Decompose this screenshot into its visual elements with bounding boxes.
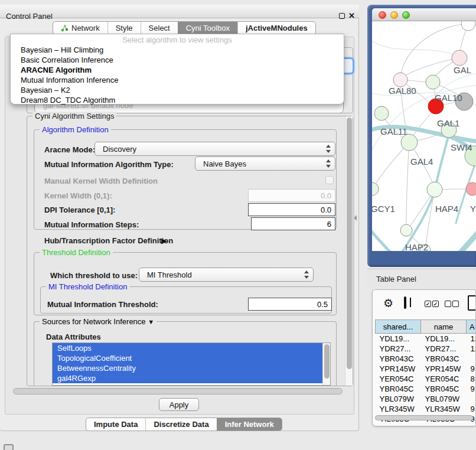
table-row[interactable]: YDL19...YDL19...13 (376, 334, 476, 344)
dropdown-option-selected[interactable]: ARACNE Algorithm (11, 65, 344, 75)
mi-threshold-field[interactable]: 0.5 (248, 298, 332, 311)
node-gal4[interactable] (401, 134, 418, 151)
dropdown-option[interactable]: Dream8 DC_TDC Algorithm (11, 95, 344, 105)
deselect-all-icon[interactable] (445, 301, 451, 307)
node-unlabeled[interactable] (461, 21, 475, 31)
node-gal10[interactable] (426, 75, 440, 89)
hub-expand-icon[interactable]: ▶ (161, 236, 167, 245)
control-panel-titlebar: Control Panel ✕ (0, 5, 359, 18)
deselect-all-icon[interactable] (452, 301, 459, 307)
node-label: GAL10 (435, 93, 462, 103)
mi-steps-field[interactable]: 6 (251, 217, 335, 230)
data-attributes-list: SelfLoops TopologicalCoefficient Between… (52, 343, 331, 386)
settings-horizontal-scrollbar[interactable] (13, 388, 343, 394)
aracne-mode-combo[interactable]: Discovery (94, 142, 335, 156)
tab-jactivemnodules[interactable]: jActiveMNodules (237, 22, 315, 34)
dropdown-option[interactable]: Basic Correlation Inference (11, 55, 344, 65)
node-label: GAL (454, 65, 471, 75)
node-label: GCY1 (372, 204, 395, 214)
bottom-corner-icon[interactable] (4, 444, 14, 450)
network-graph: GAL GAL80 GAL10 GAL1 GAL11 SWI4 GAL4 HAP… (372, 21, 476, 251)
dropdown-option[interactable]: Bayesian – Hill Climbing (11, 45, 344, 55)
float-window-icon[interactable] (339, 13, 345, 19)
function-page-icon[interactable] (468, 295, 476, 311)
network-canvas[interactable]: GAL GAL80 GAL10 GAL1 GAL11 SWI4 GAL4 HAP… (372, 21, 476, 251)
settings-group-title: Cyni Algorithm Settings (32, 112, 116, 120)
attribute-item[interactable]: SelfLoops (53, 343, 330, 353)
mi-threshold-label: Mutual Information Threshold: (47, 300, 158, 309)
cyni-bottom-tabbar: Impute Data Discretize Data Infer Networ… (86, 418, 282, 431)
table-row[interactable]: YBL079WYBL079W (376, 394, 476, 404)
panel-collapse-arrow-icon[interactable] (354, 215, 357, 221)
table-horizontal-scrollbar[interactable] (375, 415, 473, 420)
column-header-name[interactable]: name (421, 320, 467, 334)
dropdown-option[interactable]: Mutual Information Inference (11, 75, 344, 85)
table-row[interactable]: YBR045CYBR045C9. (376, 384, 476, 394)
sources-collapse-icon[interactable]: ▼ (148, 318, 154, 325)
tab-network[interactable]: Network (53, 22, 107, 34)
tab-infer-network[interactable]: Infer Network (217, 418, 282, 431)
combo-stepper-icon (326, 159, 331, 168)
node-label: GAL80 (389, 86, 416, 96)
attribute-item[interactable]: TopologicalCoefficient (53, 353, 330, 363)
tab-cyni-toolbox[interactable]: Cyni Toolbox (178, 22, 237, 34)
node-gal80[interactable] (393, 73, 407, 87)
data-attributes-label: Data Attributes (46, 332, 101, 341)
select-all-check-icon[interactable]: ✓ (425, 301, 431, 307)
table-toolbar: ⚙ ✓ ✓ (373, 290, 475, 318)
control-panel-title: Control Panel (6, 12, 53, 21)
dropdown-option[interactable]: Bayesian – K2 (11, 85, 344, 95)
node-gal2[interactable] (452, 50, 467, 66)
which-threshold-label: Which threshold to use: (50, 271, 138, 280)
gear-icon[interactable]: ⚙ (383, 296, 393, 310)
table-row[interactable]: YPR145WYPR145W9. (376, 364, 476, 374)
settings-vertical-scrollbar[interactable] (345, 116, 353, 386)
tab-select[interactable]: Select (141, 22, 178, 34)
node-label: SWI4 (451, 142, 472, 152)
hub-section-label: Hub/Transcription Factor Definition (44, 236, 173, 245)
column-header-clipped[interactable]: A (467, 320, 476, 334)
column-header-shared[interactable]: shared... (376, 320, 421, 334)
table-row[interactable]: YDR27...YDR27...12 (376, 344, 476, 354)
attributes-scrollbar[interactable] (322, 343, 330, 385)
which-threshold-combo[interactable]: MI Threshold (139, 268, 314, 282)
mi-type-label: Mutual Information Algorithm Type: (44, 160, 174, 169)
table-panel-window: ⚙ ✓ ✓ shared... name A YDL19...YDL19...1… (372, 289, 476, 426)
mi-threshold-group-title: MI Threshold Definition (46, 282, 129, 291)
sources-group-title: Sources for Network Inference ▼ (40, 317, 157, 326)
kernel-width-label: Kernel Width (0,1): (44, 191, 112, 200)
tab-style[interactable]: Style (107, 22, 141, 34)
network-icon (61, 24, 69, 32)
node-label: GAL11 (380, 126, 407, 136)
dpi-tolerance-field[interactable]: 0.0 (248, 203, 335, 216)
node-hap2[interactable] (400, 224, 412, 236)
node-label: GAL1 (437, 118, 459, 128)
manual-kernel-label: Manual Kernel Width Definition (44, 177, 158, 185)
node-pink[interactable] (466, 182, 476, 195)
tab-impute-data[interactable]: Impute Data (86, 418, 145, 431)
attribute-item[interactable]: BetweennessCentrality (53, 363, 330, 373)
manual-kernel-checkbox[interactable] (325, 176, 334, 184)
minimize-window-icon[interactable] (390, 11, 398, 19)
mi-type-combo[interactable]: Naive Bayes (195, 156, 335, 171)
table-row[interactable]: YER054CYER054C8. (376, 374, 476, 384)
table-row[interactable]: YLR345WYLR345W9. (376, 404, 476, 414)
node-gal11[interactable] (374, 106, 389, 120)
close-panel-icon[interactable]: ✕ (348, 11, 355, 20)
aracne-mode-label: Aracne Mode: (44, 145, 95, 154)
node-gcy1[interactable] (372, 182, 379, 195)
zoom-window-icon[interactable] (402, 11, 410, 19)
tab-discretize-data[interactable]: Discretize Data (145, 418, 216, 431)
node-hap4[interactable] (427, 182, 442, 197)
kernel-width-field[interactable]: 0.0 (248, 189, 335, 202)
close-window-icon[interactable] (379, 11, 386, 19)
node-attribute-table: shared... name A YDL19...YDL19...13 YDR2… (375, 319, 476, 424)
node-label: Y (470, 204, 476, 214)
mi-steps-label: Mutual Information Steps: (44, 220, 139, 229)
split-columns-icon[interactable] (404, 296, 406, 309)
select-all-check-icon[interactable]: ✓ (432, 301, 439, 307)
attribute-item[interactable]: gal4RGexp (53, 373, 330, 383)
table-row[interactable]: YBR043CYBR043C (376, 354, 476, 364)
apply-button[interactable]: Apply (159, 398, 199, 411)
algorithm-definition-title: Algorithm Definition (40, 125, 111, 134)
